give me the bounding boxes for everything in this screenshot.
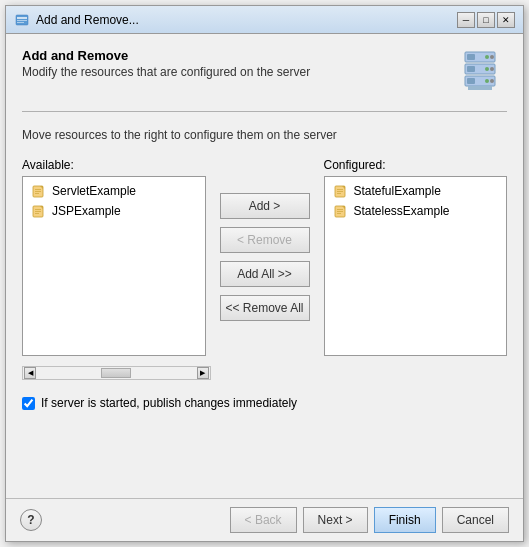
list-item-label: JSPExample	[52, 204, 121, 218]
svg-point-7	[490, 55, 494, 59]
dialog-content: Add and Remove Modify the resources that…	[6, 34, 523, 420]
list-item[interactable]: JSPExample	[27, 201, 201, 221]
svg-rect-31	[337, 193, 341, 194]
header-section: Add and Remove Modify the resources that…	[22, 48, 310, 85]
list-item[interactable]: ServletExample	[27, 181, 201, 201]
title-bar: Add and Remove... ─ □ ✕	[6, 6, 523, 34]
horizontal-scrollbar[interactable]: ◀ ▶	[22, 366, 211, 380]
available-label: Available:	[22, 158, 206, 172]
checkbox-row: If server is started, publish changes im…	[22, 396, 507, 410]
list-item-label: ServletExample	[52, 184, 136, 198]
minimize-button[interactable]: ─	[457, 12, 475, 28]
dialog-footer: ? < Back Next > Finish Cancel	[6, 498, 523, 541]
svg-rect-21	[35, 193, 39, 194]
svg-point-14	[485, 79, 489, 83]
title-controls: ─ □ ✕	[457, 12, 515, 28]
scroll-right-button[interactable]: ▶	[197, 367, 209, 379]
list-item[interactable]: StatefulExample	[329, 181, 503, 201]
war-icon	[31, 183, 47, 199]
footer-left: ?	[20, 509, 42, 531]
war-icon	[333, 183, 349, 199]
svg-rect-36	[337, 213, 341, 214]
svg-point-10	[485, 67, 489, 71]
svg-rect-26	[35, 213, 39, 214]
svg-rect-16	[468, 86, 492, 90]
svg-rect-5	[467, 54, 475, 60]
window-title: Add and Remove...	[36, 13, 139, 27]
configured-list[interactable]: StatefulExample Stateless	[324, 176, 508, 356]
scroll-left-button[interactable]: ◀	[24, 367, 36, 379]
title-bar-left: Add and Remove...	[14, 12, 139, 28]
server-icon	[459, 48, 507, 99]
footer-buttons: < Back Next > Finish Cancel	[230, 507, 509, 533]
available-list[interactable]: ServletExample JSPExample	[22, 176, 206, 356]
svg-rect-3	[17, 22, 24, 23]
window-icon	[14, 12, 30, 28]
scroll-thumb[interactable]	[101, 368, 131, 378]
publish-checkbox[interactable]	[22, 397, 35, 410]
cancel-button[interactable]: Cancel	[442, 507, 509, 533]
available-panel: Available: ServletExample	[22, 158, 206, 356]
close-button[interactable]: ✕	[497, 12, 515, 28]
finish-button[interactable]: Finish	[374, 507, 436, 533]
svg-rect-2	[17, 20, 27, 21]
instruction-text: Move resources to the right to configure…	[22, 128, 507, 142]
dialog-description: Modify the resources that are configured…	[22, 65, 310, 79]
svg-rect-25	[35, 211, 41, 212]
dialog-window: Add and Remove... ─ □ ✕ Add and Remove M…	[5, 5, 524, 542]
svg-point-6	[485, 55, 489, 59]
add-all-button[interactable]: Add All >>	[220, 261, 310, 287]
svg-rect-35	[337, 211, 343, 212]
svg-rect-24	[35, 209, 41, 210]
help-button[interactable]: ?	[20, 509, 42, 531]
section-divider	[22, 111, 507, 112]
next-button[interactable]: Next >	[303, 507, 368, 533]
remove-all-button[interactable]: << Remove All	[220, 295, 310, 321]
svg-rect-9	[467, 66, 475, 72]
panels-area: Available: ServletExample	[22, 158, 507, 356]
war-icon	[31, 203, 47, 219]
svg-point-11	[490, 67, 494, 71]
svg-rect-19	[35, 189, 41, 190]
maximize-button[interactable]: □	[477, 12, 495, 28]
remove-button[interactable]: < Remove	[220, 227, 310, 253]
svg-point-15	[490, 79, 494, 83]
war-icon	[333, 203, 349, 219]
svg-rect-1	[17, 17, 27, 19]
configured-label: Configured:	[324, 158, 508, 172]
svg-rect-30	[337, 191, 343, 192]
list-item-label: StatelessExample	[354, 204, 450, 218]
configured-panel: Configured: StatefulExample	[324, 158, 508, 356]
svg-rect-29	[337, 189, 343, 190]
middle-buttons: Add > < Remove Add All >> << Remove All	[206, 158, 324, 356]
back-button[interactable]: < Back	[230, 507, 297, 533]
svg-rect-13	[467, 78, 475, 84]
dialog-title: Add and Remove	[22, 48, 310, 63]
svg-rect-20	[35, 191, 41, 192]
add-button[interactable]: Add >	[220, 193, 310, 219]
list-item-label: StatefulExample	[354, 184, 441, 198]
checkbox-label: If server is started, publish changes im…	[41, 396, 297, 410]
list-item[interactable]: StatelessExample	[329, 201, 503, 221]
svg-rect-34	[337, 209, 343, 210]
